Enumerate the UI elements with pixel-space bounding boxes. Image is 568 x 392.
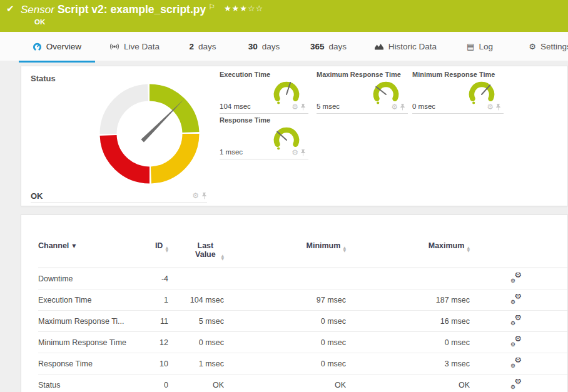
overview-gauges-card: Status OK ⚙ Execution Time 104 msec ⚙ Ma… xyxy=(21,66,568,206)
gauge-value: 104 msec xyxy=(220,103,251,110)
cell-channel: Maximum Response Ti... xyxy=(38,317,150,326)
cell-maximum: 187 msec xyxy=(346,296,470,304)
table-header-row: Channel▼ ID▲▼ Last Value▲▼ Minimum▲▼ Max… xyxy=(38,215,567,268)
tab-bar: Overview Live Data 2 days 30 days 365 da… xyxy=(0,32,568,61)
table-row: Status 0 OK OK OK ⚙⚙ xyxy=(38,374,567,392)
gauge-panel-response-time: Response Time 1 msec ⚙ xyxy=(220,116,308,159)
column-header-minimum[interactable]: Minimum▲▼ xyxy=(224,241,346,252)
channel-settings-icon[interactable]: ⚙⚙ xyxy=(510,379,522,389)
gauge-title: Minimum Response Time xyxy=(412,71,495,78)
area-chart-icon xyxy=(374,43,384,50)
tab-overview[interactable]: Overview xyxy=(19,32,95,63)
cell-last-value: 5 msec xyxy=(168,317,224,326)
pin-icon[interactable] xyxy=(300,149,306,156)
channel-settings-icon[interactable]: ⚙⚙ xyxy=(510,358,522,368)
tab-number: 30 xyxy=(248,42,258,51)
table-row: Downtime -4 ⚙⚙ xyxy=(38,268,567,289)
gauge-needle xyxy=(141,98,185,143)
cell-channel: Downtime xyxy=(38,274,150,283)
cell-last-value: OK xyxy=(168,381,224,389)
cell-minimum: 0 msec xyxy=(224,317,346,326)
priority-stars[interactable]: ★★★☆☆ xyxy=(224,4,263,13)
cell-minimum: OK xyxy=(224,381,346,389)
column-header-id[interactable]: ID▲▼ xyxy=(150,241,168,252)
cell-channel: Status xyxy=(38,381,150,389)
pin-icon[interactable] xyxy=(495,104,501,111)
tab-2-days[interactable]: 2 days xyxy=(186,32,219,61)
status-check-icon: ✔ xyxy=(6,3,14,14)
gear-icon[interactable]: ⚙ xyxy=(292,103,298,111)
tab-label: Log xyxy=(479,42,493,51)
channel-settings-icon[interactable]: ⚙⚙ xyxy=(510,336,522,346)
cell-last-value: 104 msec xyxy=(168,296,224,304)
stars-empty[interactable]: ☆☆ xyxy=(248,4,263,13)
status-gauge-title: Status xyxy=(31,74,56,83)
cell-last-value: 1 msec xyxy=(168,359,224,368)
column-label: Last Value xyxy=(192,241,218,259)
cell-id: 11 xyxy=(150,317,168,326)
cell-id: -4 xyxy=(150,274,168,283)
sort-arrows-icon: ▲▼ xyxy=(221,254,224,260)
gauge-panel-execution-time: Execution Time 104 msec ⚙ xyxy=(220,71,308,114)
tab-label: days xyxy=(198,42,216,51)
channels-table: Channel▼ ID▲▼ Last Value▲▼ Minimum▲▼ Max… xyxy=(38,215,567,392)
gear-icon[interactable]: ⚙ xyxy=(292,149,298,156)
gauge-icon xyxy=(33,42,42,51)
page-title: Script v2: example_script.py xyxy=(58,3,206,16)
cell-minimum: 0 msec xyxy=(224,338,346,347)
gauge-panel-minimum-response-time: Minimum Response Time 0 msec ⚙ xyxy=(412,71,504,114)
gauge-title: Execution Time xyxy=(220,71,270,78)
stars-filled[interactable]: ★★★ xyxy=(224,4,248,13)
column-header-maximum[interactable]: Maximum▲▼ xyxy=(346,241,470,252)
column-header-channel[interactable]: Channel▼ xyxy=(38,241,150,250)
status-gauge-footer: OK ⚙ xyxy=(31,189,207,203)
tab-historic-data[interactable]: Historic Data xyxy=(373,32,438,61)
sensor-header: ✔ SensorScript v2: example_script.py⚐★★★… xyxy=(0,0,568,32)
status-gauge-value: OK xyxy=(31,191,43,201)
gauge-value: 0 msec xyxy=(412,103,435,110)
channel-settings-icon[interactable]: ⚙⚙ xyxy=(510,315,522,325)
gear-icon[interactable]: ⚙ xyxy=(487,103,494,111)
table-row: Execution Time 1 104 msec 97 msec 187 ms… xyxy=(38,289,567,311)
tab-log[interactable]: ▤ Log xyxy=(467,32,493,61)
cell-id: 1 xyxy=(150,296,168,304)
cell-maximum: 16 msec xyxy=(346,317,470,326)
tab-live-data[interactable]: Live Data xyxy=(102,32,167,61)
tab-30-days[interactable]: 30 days xyxy=(245,32,283,61)
cell-maximum: 0 msec xyxy=(346,338,470,347)
channels-table-card: Channel▼ ID▲▼ Last Value▲▼ Minimum▲▼ Max… xyxy=(21,214,568,392)
gear-icon[interactable]: ⚙ xyxy=(192,192,199,199)
sort-arrows-icon: ▲▼ xyxy=(467,246,470,252)
object-kind-label: Sensor xyxy=(21,4,54,16)
pin-icon[interactable] xyxy=(400,104,405,111)
cell-maximum: 3 msec xyxy=(346,359,470,368)
priority-flag-icon[interactable]: ⚐ xyxy=(208,3,215,11)
cell-id: 0 xyxy=(150,381,168,389)
sensor-status-badge: OK xyxy=(34,18,45,26)
pin-icon[interactable] xyxy=(201,193,207,199)
tab-label: days xyxy=(329,42,347,51)
channel-settings-icon[interactable]: ⚙⚙ xyxy=(510,294,522,304)
channel-settings-icon[interactable]: ⚙⚙ xyxy=(510,273,522,283)
tab-number: 2 xyxy=(189,42,194,51)
gear-icon[interactable]: ⚙ xyxy=(391,103,398,111)
gauge-value: 5 msec xyxy=(317,103,340,110)
cell-channel: Minimum Response Time xyxy=(38,338,150,347)
table-row: Minimum Response Time 12 0 msec 0 msec 0… xyxy=(38,332,567,353)
gauge-panel-maximum-response-time: Maximum Response Time 5 msec ⚙ xyxy=(317,71,408,114)
cell-minimum: 97 msec xyxy=(224,296,346,304)
column-label: ID xyxy=(155,241,163,250)
gauge-value: 1 msec xyxy=(220,148,243,156)
tab-label: Overview xyxy=(46,42,81,51)
column-header-last-value[interactable]: Last Value▲▼ xyxy=(168,241,224,260)
pin-icon[interactable] xyxy=(300,104,306,111)
tab-settings[interactable]: ⚙ Settings xyxy=(525,32,568,61)
tab-label: Settings xyxy=(540,42,568,51)
sensor-title-line: SensorScript v2: example_script.py⚐★★★☆☆ xyxy=(21,3,263,16)
log-icon: ▤ xyxy=(467,42,474,51)
cell-id: 12 xyxy=(150,338,168,347)
sort-caret-icon: ▼ xyxy=(72,243,76,249)
tab-365-days[interactable]: 365 days xyxy=(307,32,350,61)
column-label: Minimum xyxy=(307,241,341,250)
gear-icon: ⚙ xyxy=(529,42,536,51)
